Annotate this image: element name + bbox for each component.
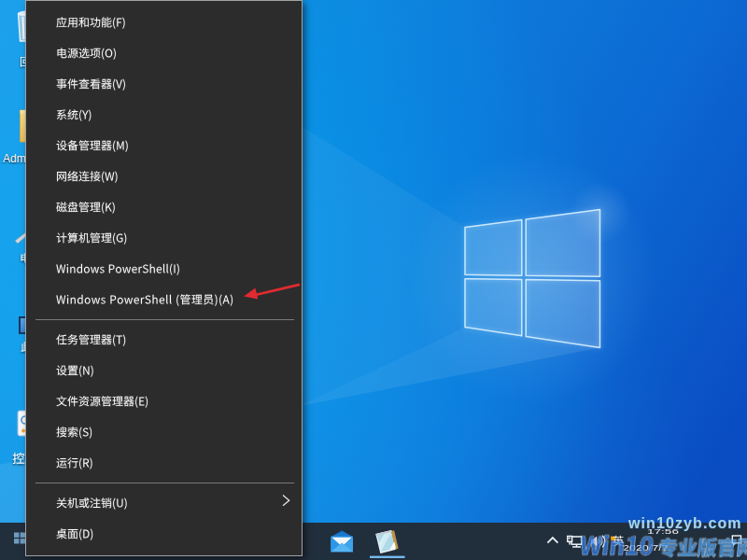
svg-text:win10zyb.com: win10zyb.com xyxy=(627,515,742,531)
